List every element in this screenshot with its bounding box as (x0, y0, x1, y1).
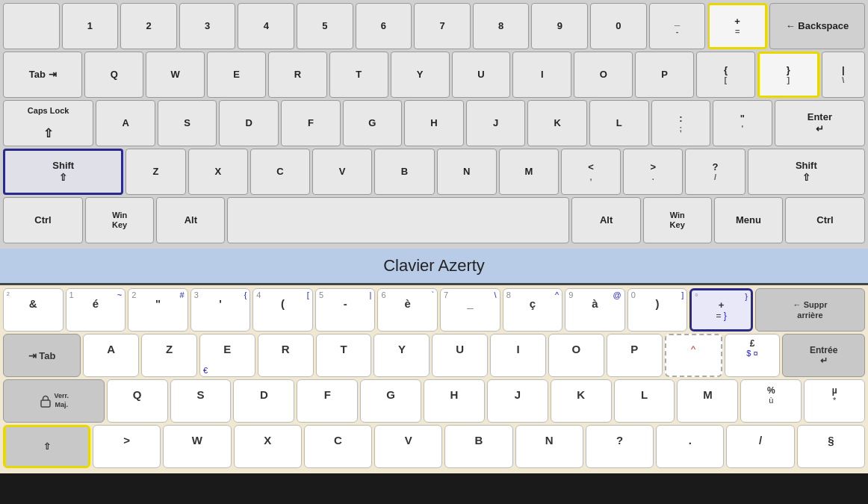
key-lt[interactable]: <, (561, 149, 621, 195)
az-key-C[interactable]: C (304, 425, 372, 468)
key-tab[interactable]: Tab ⇥ (3, 52, 82, 98)
key-s[interactable]: S (158, 100, 217, 146)
key-1[interactable]: 1 (62, 3, 119, 49)
az-key-F[interactable]: F (297, 379, 358, 423)
key-j[interactable]: J (466, 100, 526, 146)
az-key-B[interactable]: B (444, 425, 512, 468)
key-menu[interactable]: Menu (714, 197, 783, 243)
az-key-qmark[interactable]: ? (586, 425, 654, 468)
az-key-Q[interactable]: Q (107, 379, 168, 423)
az-key-tab[interactable]: ⇥ Tab (3, 334, 81, 377)
key-8[interactable]: 8 (473, 3, 530, 49)
key-p[interactable]: P (635, 52, 694, 98)
key-w[interactable]: W (146, 52, 205, 98)
key-7[interactable]: 7 (414, 3, 471, 49)
az-key-P[interactable]: P (607, 334, 663, 377)
az-key-X[interactable]: X (234, 425, 302, 468)
az-key-section[interactable]: § (797, 425, 865, 468)
az-key-amp[interactable]: ² & (3, 288, 63, 332)
az-key-shift-left[interactable]: ⇧ (3, 425, 90, 468)
key-alt-left[interactable]: Alt (156, 197, 225, 243)
az-key-L[interactable]: L (614, 379, 675, 423)
az-key-A[interactable]: A (83, 334, 139, 377)
az-key-minus[interactable]: 5 | - (315, 288, 376, 332)
key-ctrl-left[interactable]: Ctrl (3, 197, 83, 243)
key-rbrace[interactable]: }] (757, 52, 819, 98)
key-quote[interactable]: "' (713, 100, 772, 146)
az-key-E[interactable]: E € (199, 334, 255, 377)
key-y[interactable]: Y (391, 52, 450, 98)
key-backslash[interactable]: |\ (822, 52, 865, 98)
key-k[interactable]: K (527, 100, 587, 146)
key-q[interactable]: Q (84, 52, 143, 98)
key-equals[interactable]: += (707, 3, 767, 49)
az-key-backspace[interactable]: ← Supprarrière (755, 288, 865, 332)
az-key-egrave[interactable]: 6 ` è (377, 288, 438, 332)
az-key-underscore[interactable]: 7 \ _ (440, 288, 500, 332)
az-key-H[interactable]: H (424, 379, 485, 423)
az-key-pound[interactable]: £ $ ¤ (725, 334, 781, 377)
key-5[interactable]: 5 (297, 3, 353, 49)
key-lbrace[interactable]: {[ (696, 52, 755, 98)
az-key-R[interactable]: R (258, 334, 314, 377)
key-minus[interactable]: _- (649, 3, 706, 49)
key-question[interactable]: ?/ (685, 149, 745, 195)
az-key-Y[interactable]: Y (373, 334, 430, 377)
key-6[interactable]: 6 (356, 3, 412, 49)
key-f[interactable]: F (281, 100, 341, 146)
key-ctrl-right[interactable]: Ctrl (785, 197, 865, 243)
key-backspace[interactable]: ← Backspace (769, 3, 865, 49)
key-a[interactable]: A (96, 100, 155, 146)
key-space[interactable] (227, 197, 569, 243)
key-g[interactable]: G (343, 100, 403, 146)
az-key-Z[interactable]: Z (141, 334, 197, 377)
key-x[interactable]: X (188, 149, 248, 195)
key-4[interactable]: 4 (238, 3, 294, 49)
key-tilde[interactable] (3, 3, 60, 49)
key-3[interactable]: 3 (179, 3, 236, 49)
key-shift-right[interactable]: Shift⇧ (748, 149, 865, 195)
az-key-period[interactable]: . (656, 425, 724, 468)
key-o[interactable]: O (574, 52, 633, 98)
key-0[interactable]: 0 (590, 3, 647, 49)
az-key-G[interactable]: G (360, 379, 421, 423)
az-key-T[interactable]: T (316, 334, 372, 377)
az-key-W[interactable]: W (163, 425, 231, 468)
key-z[interactable]: Z (125, 149, 185, 195)
key-colon[interactable]: :; (651, 100, 711, 146)
az-key-S[interactable]: S (170, 379, 232, 423)
az-key-D[interactable]: D (233, 379, 294, 423)
az-key-N[interactable]: N (515, 425, 583, 468)
az-key-ccedil[interactable]: 8 ^ ç (503, 288, 563, 332)
az-key-U[interactable]: U (432, 334, 488, 377)
az-key-paren[interactable]: 4 [ ( (252, 288, 313, 332)
key-gt[interactable]: >. (623, 149, 683, 195)
az-key-V[interactable]: V (374, 425, 442, 468)
key-enter[interactable]: Enter↵ (775, 100, 865, 146)
key-i[interactable]: I (512, 52, 571, 98)
key-h[interactable]: H (404, 100, 464, 146)
az-key-slash[interactable]: / (726, 425, 794, 468)
key-capslock[interactable]: Caps Lock ⇧ (3, 100, 93, 146)
key-r[interactable]: R (268, 52, 327, 98)
az-key-percent[interactable]: % ù (740, 379, 802, 423)
az-key-apos[interactable]: 3 { ' (190, 288, 251, 332)
key-u[interactable]: U (452, 52, 511, 98)
key-n[interactable]: N (437, 149, 497, 195)
key-alt-right[interactable]: Alt (571, 197, 640, 243)
key-m[interactable]: M (499, 149, 559, 195)
az-key-eacute[interactable]: 1 ~ é (66, 288, 126, 332)
az-key-K[interactable]: K (551, 379, 612, 423)
az-key-I[interactable]: I (490, 334, 546, 377)
key-d[interactable]: D (219, 100, 279, 146)
key-win-right[interactable]: WinKey (643, 197, 712, 243)
az-key-agrave[interactable]: 9 @ à (565, 288, 625, 332)
key-b[interactable]: B (374, 149, 434, 195)
az-key-O[interactable]: O (548, 334, 604, 377)
az-key-equals[interactable]: ° } + = } (689, 288, 753, 332)
key-t[interactable]: T (329, 52, 388, 98)
key-win-left[interactable]: WinKey (85, 197, 154, 243)
az-key-M[interactable]: M (677, 379, 738, 423)
key-e[interactable]: E (207, 52, 266, 98)
az-key-rparen[interactable]: 0 ] ) (627, 288, 688, 332)
